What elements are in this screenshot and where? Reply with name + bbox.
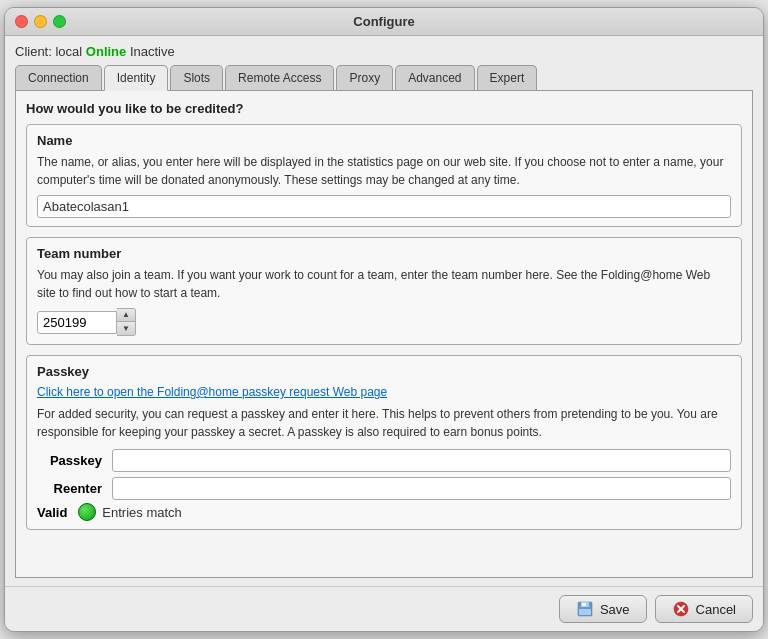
reenter-input[interactable] [112,477,731,500]
client-inactive-status: Inactive [130,44,175,59]
svg-rect-2 [582,603,586,606]
configure-window: Configure Client: local Online Inactive … [4,7,764,632]
title-bar: Configure [5,8,763,36]
name-section: Name The name, or alias, you enter here … [26,124,742,227]
reenter-field-label: Reenter [37,481,107,496]
client-label: Client: local [15,44,82,59]
passkey-fields: Passkey Reenter [37,449,731,500]
passkey-input[interactable] [112,449,731,472]
tab-content: How would you like to be credited? Name … [15,91,753,578]
client-status: Client: local Online Inactive [15,44,753,59]
passkey-link[interactable]: Click here to open the Folding@home pass… [37,385,387,399]
maximize-button[interactable] [53,15,66,28]
save-icon [576,601,594,617]
passkey-section: Passkey Click here to open the Folding@h… [26,355,742,530]
save-button[interactable]: Save [559,595,647,623]
page-question: How would you like to be credited? [26,101,742,116]
name-section-desc: The name, or alias, you enter here will … [37,153,731,189]
minimize-button[interactable] [34,15,47,28]
window-content: Client: local Online Inactive Connection… [5,36,763,586]
tab-slots[interactable]: Slots [170,65,223,90]
passkey-desc: For added security, you can request a pa… [37,405,731,441]
tab-identity[interactable]: Identity [104,65,169,91]
bottom-bar: Save Cancel [5,586,763,631]
tab-bar: Connection Identity Slots Remote Access … [15,65,753,91]
passkey-section-title: Passkey [37,364,731,379]
team-section-title: Team number [37,246,731,261]
client-online-status: Online [86,44,126,59]
name-input[interactable] [37,195,731,218]
cancel-button[interactable]: Cancel [655,595,753,623]
window-title: Configure [353,14,414,29]
spinner-buttons: ▲ ▼ [117,308,136,336]
close-button[interactable] [15,15,28,28]
tab-proxy[interactable]: Proxy [336,65,393,90]
valid-row: Valid Entries match [37,500,731,521]
tab-connection[interactable]: Connection [15,65,102,90]
valid-text: Entries match [102,505,181,520]
tab-expert[interactable]: Expert [477,65,538,90]
tab-remote-access[interactable]: Remote Access [225,65,334,90]
cancel-icon [672,601,690,617]
team-section: Team number You may also join a team. If… [26,237,742,345]
cancel-label: Cancel [696,602,736,617]
team-number-input[interactable] [37,311,117,334]
svg-rect-3 [579,609,591,615]
spinner-down-button[interactable]: ▼ [117,322,135,335]
spinner-up-button[interactable]: ▲ [117,309,135,322]
traffic-lights [15,15,66,28]
passkey-field-label: Passkey [37,453,107,468]
name-section-title: Name [37,133,731,148]
save-label: Save [600,602,630,617]
team-number-spinner: ▲ ▼ [37,308,731,336]
valid-indicator [78,503,96,521]
team-section-desc: You may also join a team. If you want yo… [37,266,731,302]
valid-label: Valid [37,505,72,520]
tab-advanced[interactable]: Advanced [395,65,474,90]
